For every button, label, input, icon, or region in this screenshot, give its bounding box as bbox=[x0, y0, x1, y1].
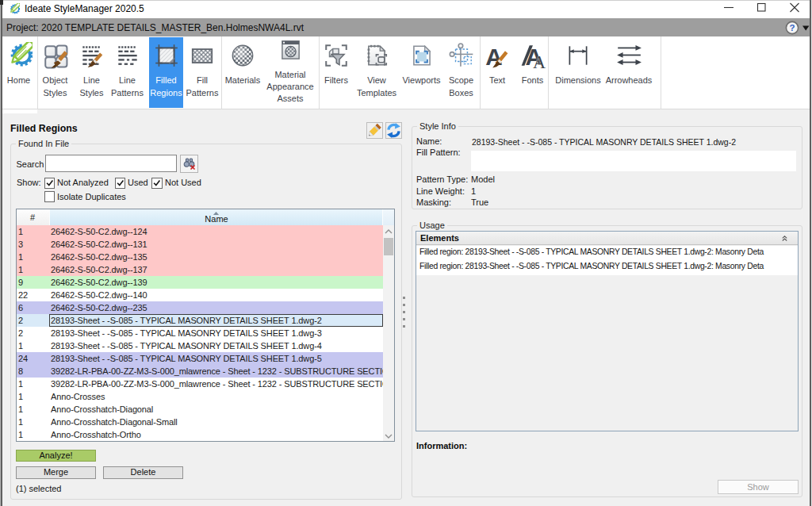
svg-text:A: A bbox=[533, 52, 546, 68]
svg-text:A: A bbox=[485, 43, 503, 68]
svg-text:?: ? bbox=[789, 23, 795, 33]
